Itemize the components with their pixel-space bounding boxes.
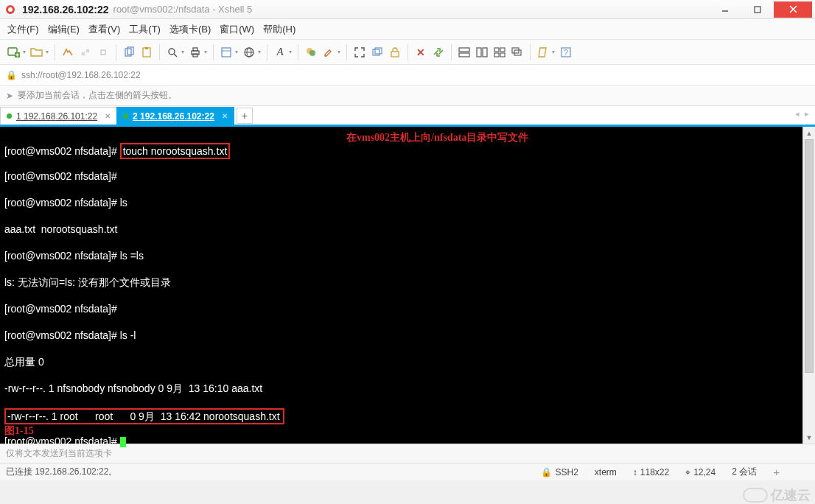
tip-text: 要添加当前会话，点击左侧的箭头按钮。 [18, 89, 177, 102]
svg-text:?: ? [564, 49, 568, 57]
svg-rect-35 [494, 53, 499, 57]
svg-point-1 [8, 7, 13, 12]
add-tab-button[interactable]: + [237, 108, 253, 124]
app-icon [4, 4, 16, 15]
figure-label: 图1-15 [4, 424, 34, 438]
xftp-icon[interactable] [430, 44, 447, 60]
copy-icon[interactable] [121, 44, 137, 60]
svg-rect-29 [459, 48, 469, 52]
svg-rect-19 [222, 48, 231, 57]
title-bar: 192.168.26.102:22 root@vms002:/nfsdata -… [0, 0, 815, 19]
menu-edit[interactable]: 编辑(E) [48, 23, 80, 36]
svg-rect-28 [391, 52, 399, 57]
paste-icon[interactable] [139, 44, 155, 60]
tile-horizontal-icon[interactable] [456, 44, 472, 60]
tab-label: 1 192.168.26.101:22 [16, 111, 97, 122]
reconnect-icon[interactable] [95, 44, 111, 60]
svg-rect-34 [500, 48, 505, 52]
menu-bar: 文件(F) 编辑(E) 查看(V) 工具(T) 选项卡(B) 窗口(W) 帮助(… [0, 19, 815, 40]
menu-help[interactable]: 帮助(H) [263, 23, 295, 36]
cascade-icon[interactable] [509, 44, 525, 60]
dropdown-arrow-icon[interactable]: ▾ [552, 49, 555, 55]
dropdown-arrow-icon[interactable]: ▾ [181, 49, 184, 55]
tab-bar: 1 192.168.26.101:22 ✕ 2 192.168.26.102:2… [0, 106, 815, 127]
encoding-icon[interactable] [241, 44, 257, 60]
status-dot-icon [123, 113, 128, 119]
svg-rect-30 [459, 53, 469, 57]
dropdown-arrow-icon[interactable]: ▾ [258, 49, 261, 55]
dropdown-arrow-icon[interactable]: ▾ [46, 49, 49, 55]
cursor [120, 437, 126, 447]
disconnect-icon[interactable] [77, 44, 94, 60]
font-icon[interactable]: A [272, 44, 288, 60]
dropdown-arrow-icon[interactable]: ▾ [23, 49, 26, 55]
svg-line-15 [174, 54, 177, 57]
tile-grid-icon[interactable] [492, 44, 508, 60]
dropdown-arrow-icon[interactable]: ▾ [204, 49, 207, 55]
tip-arrow-icon[interactable]: ➤ [6, 91, 13, 101]
svg-rect-36 [500, 53, 505, 57]
tab-nav-arrows[interactable]: ◂ ▸ [795, 109, 811, 119]
close-button[interactable] [774, 1, 812, 18]
highlight-output: -rw-r--r--. 1 root root 0 9月 13 16:42 no… [4, 408, 284, 424]
terminal-output[interactable]: [root@vms002 nfsdata]# touch norootsquas… [0, 127, 802, 444]
highlight-icon[interactable] [321, 44, 337, 60]
highlight-command: touch norootsquash.txt [120, 143, 231, 159]
scroll-up-icon[interactable]: ▲ [803, 127, 815, 139]
menu-view[interactable]: 查看(V) [88, 23, 120, 36]
scroll-thumb[interactable] [805, 139, 814, 373]
tab-close-icon[interactable]: ✕ [222, 112, 228, 120]
status-dot-icon [7, 113, 12, 119]
annotation-1: 在vms002主机上向/nfsdata目录中写文件 [346, 131, 528, 144]
dropdown-arrow-icon[interactable]: ▾ [337, 49, 340, 55]
maximize-button[interactable] [741, 1, 774, 18]
toolbar: ▾ ▾ ▾ ▾ ▾ ▾ A▾ ▾ ✕ ▾ ? [0, 40, 815, 65]
tab-session-1[interactable]: 1 192.168.26.101:22 ✕ [0, 107, 117, 125]
svg-rect-17 [193, 48, 197, 51]
lock-icon[interactable] [387, 44, 403, 60]
svg-rect-18 [193, 54, 197, 57]
help-icon[interactable]: ? [558, 44, 574, 60]
tab-close-icon[interactable]: ✕ [105, 112, 111, 120]
open-session-icon[interactable] [29, 44, 45, 60]
svg-point-25 [309, 50, 315, 56]
lock-addr-icon: 🔒 [6, 70, 17, 80]
tile-vertical-icon[interactable] [474, 44, 490, 60]
menu-tools[interactable]: 工具(T) [129, 23, 161, 36]
address-text: ssh://root@192.168.26.102:22 [21, 70, 141, 80]
script-icon[interactable] [535, 44, 551, 60]
svg-rect-32 [483, 48, 487, 57]
menu-file[interactable]: 文件(F) [7, 23, 39, 36]
transparency-icon[interactable] [369, 44, 385, 60]
print-icon[interactable] [187, 44, 203, 60]
tip-bar: ➤ 要添加当前会话，点击左侧的箭头按钮。 [0, 85, 815, 106]
scroll-down-icon[interactable]: ▼ [803, 431, 815, 444]
fullscreen-icon[interactable] [351, 44, 368, 60]
menu-tabs[interactable]: 选项卡(B) [169, 23, 211, 36]
svg-rect-33 [494, 48, 499, 52]
minimize-button[interactable] [709, 1, 741, 18]
tab-label: 2 192.168.26.102:22 [133, 111, 214, 122]
color-scheme-icon[interactable] [303, 44, 319, 60]
xstart-icon[interactable]: ✕ [413, 44, 429, 60]
dropdown-arrow-icon[interactable]: ▾ [235, 49, 238, 55]
scrollbar[interactable]: ▲ ▼ [802, 127, 815, 444]
svg-point-14 [169, 49, 175, 55]
quick-command-icon[interactable] [60, 44, 76, 60]
menu-window[interactable]: 窗口(W) [220, 23, 254, 36]
svg-rect-3 [755, 7, 760, 13]
tab-session-2[interactable]: 2 192.168.26.102:22 ✕ [116, 107, 234, 125]
svg-rect-26 [373, 49, 379, 55]
svg-rect-31 [477, 48, 481, 57]
properties-icon[interactable] [218, 44, 234, 60]
svg-rect-27 [375, 48, 382, 54]
svg-rect-13 [145, 47, 148, 49]
title-host: 192.168.26.102:22 [22, 4, 109, 15]
address-bar[interactable]: 🔒 ssh://root@192.168.26.102:22 [0, 65, 815, 85]
find-icon[interactable] [164, 44, 181, 60]
new-session-icon[interactable] [6, 44, 22, 60]
dropdown-arrow-icon[interactable]: ▾ [289, 49, 292, 55]
title-subtitle: root@vms002:/nfsdata - Xshell 5 [113, 4, 253, 15]
